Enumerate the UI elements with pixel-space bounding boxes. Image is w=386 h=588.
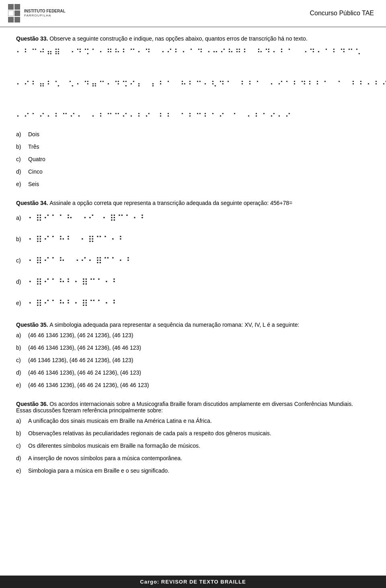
q34-opt-a-braille: ⠂⠿⠊⠁⠁⠓ ⠐⠊ ⠂⠿⠉⠁⠂⠃ bbox=[28, 212, 148, 225]
question-35: Questão 35. A simbologia adequada para r… bbox=[16, 322, 370, 389]
q34-opt-a-label: a) bbox=[16, 214, 28, 222]
q36-opt-a-text: A unificação dos sinais musicais em Brai… bbox=[28, 417, 370, 425]
content: Questão 33. Observe a seguinte construçã… bbox=[0, 27, 386, 510]
q34-option-d: d) ⠂⠿⠊⠁⠓⠃⠂⠿⠉⠁⠂⠃ bbox=[16, 275, 370, 289]
q36-opt-e-text: Simbologia para a música em Braille e o … bbox=[28, 467, 370, 475]
question-36: Questão 36. Os acordos internacionais so… bbox=[16, 401, 370, 475]
q34-option-b: b) ⠂⠿⠊⠁⠓⠃ ⠂⠿⠉⠁⠂⠃ bbox=[16, 232, 370, 246]
q34-options: a) ⠂⠿⠊⠁⠁⠓ ⠐⠊ ⠂⠿⠉⠁⠂⠃ b) ⠂⠿⠊⠁⠓⠃ ⠂⠿⠉⠁⠂⠃ c) … bbox=[16, 211, 370, 310]
q35-option-a: a) (46 46 1346 1236), (46 24 1236), (46 … bbox=[16, 331, 370, 340]
question-34: Questão 34. Assinale a opção correta que… bbox=[16, 200, 370, 310]
header-title: Concurso Público TAE bbox=[310, 10, 374, 17]
q33-text: Observe a seguinte construção e indique,… bbox=[49, 35, 307, 42]
q34-text: Assinale a opção correta que representa … bbox=[49, 200, 292, 206]
q33-opt-a-label: a) bbox=[16, 130, 28, 139]
q34-option-c: c) ⠂⠿⠊⠁⠓ ⠐⠊⠂⠿⠉⠁⠂⠃ bbox=[16, 254, 370, 268]
q35-option-d: d) (46 46 1346 1236), (46 46 24 1236), (… bbox=[16, 369, 370, 377]
q36-option-e: e) Simbologia para a música em Braille e… bbox=[16, 467, 370, 475]
q36-opt-e-label: e) bbox=[16, 467, 28, 475]
q36-opt-c-label: c) bbox=[16, 442, 28, 450]
q35-opt-c-text: (46 1346 1236), (46 46 24 1236), (46 123… bbox=[28, 356, 370, 365]
q36-opt-b-label: b) bbox=[16, 429, 28, 438]
question-33: Questão 33. Observe a seguinte construçã… bbox=[16, 35, 370, 188]
q36-option-b: b) Observações relativas às peculiaridad… bbox=[16, 429, 370, 438]
logo-subtitle: FARROUPILHA bbox=[24, 14, 66, 18]
logo-institution: INSTITUTO FEDERAL bbox=[24, 9, 66, 14]
q35-text: A simbologia adequada para representar a… bbox=[49, 322, 299, 328]
q33-opt-e-text: Seis bbox=[28, 180, 370, 188]
q35-number: Questão 35. A simbologia adequada para r… bbox=[16, 322, 370, 328]
q35-opt-b-label: b) bbox=[16, 344, 28, 352]
q35-option-e: e) (46 46 1346 1236), (46 46 24 1236), (… bbox=[16, 381, 370, 389]
q36-option-a: a) A unificação dos sinais musicais em B… bbox=[16, 417, 370, 425]
q35-options: a) (46 46 1346 1236), (46 24 1236), (46 … bbox=[16, 331, 370, 389]
q34-option-a: a) ⠂⠿⠊⠁⠁⠓ ⠐⠊ ⠂⠿⠉⠁⠂⠃ bbox=[16, 211, 370, 225]
q35-opt-c-label: c) bbox=[16, 356, 28, 365]
q35-opt-a-text: (46 46 1346 1236), (46 24 1236), (46 123… bbox=[28, 331, 370, 340]
q36-opt-d-label: d) bbox=[16, 454, 28, 463]
q36-opt-d-text: A inserção de novos símbolos para a músi… bbox=[28, 454, 370, 463]
q33-option-e: e) Seis bbox=[16, 180, 370, 188]
q33-opt-e-label: e) bbox=[16, 180, 28, 188]
q36-opt-b-text: Observações relativas às peculiaridades … bbox=[28, 429, 370, 438]
q36-intro: Os acordos internacionais sobre a Musico… bbox=[16, 401, 353, 414]
q35-opt-e-label: e) bbox=[16, 381, 28, 389]
q36-opt-a-label: a) bbox=[16, 417, 28, 425]
logo-icon bbox=[8, 4, 20, 23]
q33-opt-b-label: b) bbox=[16, 143, 28, 151]
header: INSTITUTO FEDERAL FARROUPILHA Concurso P… bbox=[0, 0, 386, 27]
braille-line-2: ⠂⠊⠃⠶⠃⠡ ⠡⠂⠙⠶⠉⠂⠙⠩⠊⠆ ⠆⠃⠁ ⠓⠃⠉⠂⠣⠙⠁ ⠃⠃⠁ ⠂⠊⠁⠃⠙⠃… bbox=[16, 77, 370, 93]
q33-opt-c-text: Quatro bbox=[28, 155, 370, 164]
q35-opt-d-text: (46 46 1346 1236), (46 46 24 1236), (46 … bbox=[28, 369, 370, 377]
q36-number: Questão 36. Os acordos internacionais so… bbox=[16, 401, 370, 414]
q34-number: Questão 34. Assinale a opção correta que… bbox=[16, 200, 370, 206]
q36-options: a) A unificação dos sinais musicais em B… bbox=[16, 417, 370, 475]
q35-opt-b-text: (46 46 1346 1236), (46 24 1236), (46 46 … bbox=[28, 344, 370, 352]
q36-opt-c-text: Os diferentes símbolos musicais em Brail… bbox=[28, 442, 370, 450]
q34-opt-c-braille: ⠂⠿⠊⠁⠓ ⠐⠊⠂⠿⠉⠁⠂⠃ bbox=[28, 254, 134, 268]
braille-line-3: ⠂⠊⠁⠊⠂⠃⠉⠊⠂ ⠂⠃⠉⠉⠊⠂⠃⠊ ⠃⠃ ⠁⠃⠉⠃⠁⠊ ⠁ ⠂⠃⠁⠊⠂⠊ bbox=[16, 109, 370, 125]
q34-opt-e-braille: ⠂⠿⠊⠁⠓⠃⠂⠿⠉⠁⠂⠃ bbox=[28, 297, 120, 310]
q33-opt-a-text: Dois bbox=[28, 130, 370, 139]
q33-options: a) Dois b) Três c) Quatro d) Cinco e) bbox=[16, 130, 370, 188]
footer-text: Cargo: REVISOR DE TEXTO BRAILLE bbox=[140, 579, 246, 585]
logo-text: INSTITUTO FEDERAL FARROUPILHA bbox=[24, 9, 66, 18]
logo-area: INSTITUTO FEDERAL FARROUPILHA bbox=[8, 4, 66, 23]
page: INSTITUTO FEDERAL FARROUPILHA Concurso P… bbox=[0, 0, 386, 588]
q34-opt-d-braille: ⠂⠿⠊⠁⠓⠃⠂⠿⠉⠁⠂⠃ bbox=[28, 276, 120, 289]
q34-opt-e-label: e) bbox=[16, 299, 28, 307]
q34-opt-d-label: d) bbox=[16, 278, 28, 286]
q33-number: Questão 33. Observe a seguinte construçã… bbox=[16, 35, 370, 42]
q33-option-b: b) Três bbox=[16, 143, 370, 151]
q34-opt-c-label: c) bbox=[16, 256, 28, 265]
q35-option-c: c) (46 1346 1236), (46 46 24 1236), (46 … bbox=[16, 356, 370, 365]
q33-opt-d-text: Cinco bbox=[28, 168, 370, 176]
q33-opt-c-label: c) bbox=[16, 155, 28, 164]
q33-opt-d-label: d) bbox=[16, 168, 28, 176]
q33-opt-b-text: Três bbox=[28, 143, 370, 151]
q35-opt-a-label: a) bbox=[16, 331, 28, 340]
q33-option-a: a) Dois bbox=[16, 130, 370, 139]
q35-option-b: b) (46 46 1346 1236), (46 24 1236), (46 … bbox=[16, 344, 370, 352]
q33-braille: ⠂⠃⠉⠚⠶⠿ ⠐⠙⠩⠁⠂⠛⠓⠃⠉⠂⠙ ⠐⠊⠃⠂⠁⠙⠐⠒⠊⠓⠛⠃ ⠓⠙⠂⠃⠁ ⠐⠙… bbox=[16, 45, 370, 125]
q34-opt-b-braille: ⠂⠿⠊⠁⠓⠃ ⠂⠿⠉⠁⠂⠃ bbox=[28, 233, 126, 246]
q34-opt-b-label: b) bbox=[16, 235, 28, 244]
braille-line-1: ⠂⠃⠉⠚⠶⠿ ⠐⠙⠩⠁⠂⠛⠓⠃⠉⠂⠙ ⠐⠊⠃⠂⠁⠙⠐⠒⠊⠓⠛⠃ ⠓⠙⠂⠃⠁ ⠐⠙… bbox=[16, 45, 370, 61]
q35-opt-e-text: (46 46 1346 1236), (46 46 24 1236), (46 … bbox=[28, 381, 370, 389]
q33-option-d: d) Cinco bbox=[16, 168, 370, 176]
q33-option-c: c) Quatro bbox=[16, 155, 370, 164]
q36-option-d: d) A inserção de novos símbolos para a m… bbox=[16, 454, 370, 463]
q35-opt-d-label: d) bbox=[16, 369, 28, 377]
footer: Cargo: REVISOR DE TEXTO BRAILLE bbox=[0, 576, 386, 588]
q34-option-e: e) ⠂⠿⠊⠁⠓⠃⠂⠿⠉⠁⠂⠃ bbox=[16, 296, 370, 310]
q36-option-c: c) Os diferentes símbolos musicais em Br… bbox=[16, 442, 370, 450]
